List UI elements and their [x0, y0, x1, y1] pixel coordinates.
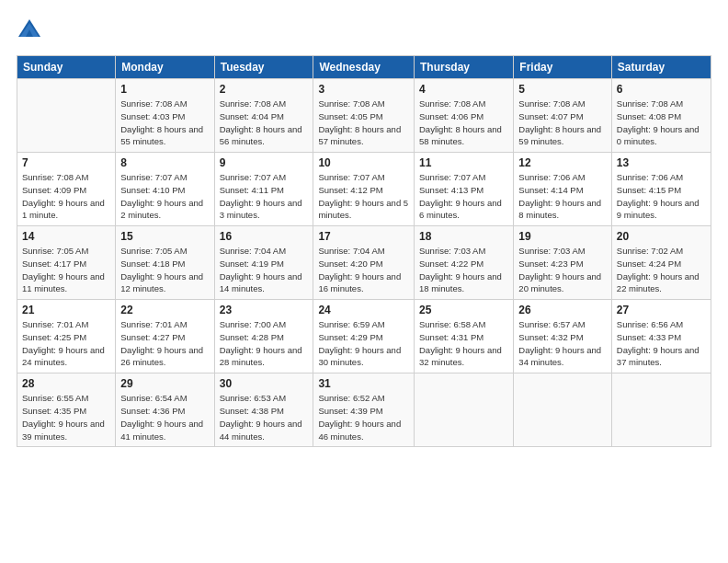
day-info: Sunrise: 7:08 AMSunset: 4:08 PMDaylight:…	[617, 98, 706, 148]
day-number: 19	[518, 230, 607, 243]
day-cell	[611, 373, 711, 447]
day-cell: 30Sunrise: 6:53 AMSunset: 4:38 PMDayligh…	[214, 373, 313, 447]
day-info: Sunrise: 7:08 AMSunset: 4:06 PMDaylight:…	[419, 98, 508, 148]
day-info: Sunrise: 6:52 AMSunset: 4:39 PMDaylight:…	[318, 392, 409, 442]
day-cell: 17Sunrise: 7:04 AMSunset: 4:20 PMDayligh…	[313, 226, 415, 300]
day-cell: 6Sunrise: 7:08 AMSunset: 4:08 PMDaylight…	[611, 79, 711, 153]
day-info: Sunrise: 7:01 AMSunset: 4:25 PMDaylight:…	[22, 318, 110, 369]
day-info: Sunrise: 6:53 AMSunset: 4:38 PMDaylight:…	[220, 392, 309, 442]
day-number: 21	[22, 304, 110, 316]
day-cell: 19Sunrise: 7:03 AMSunset: 4:23 PMDayligh…	[514, 226, 612, 300]
day-info: Sunrise: 7:04 AMSunset: 4:20 PMDaylight:…	[318, 245, 409, 295]
day-cell: 22Sunrise: 7:01 AMSunset: 4:27 PMDayligh…	[116, 300, 214, 373]
day-info: Sunrise: 7:07 AMSunset: 4:11 PMDaylight:…	[220, 171, 309, 222]
day-number: 5	[518, 83, 607, 96]
day-cell: 28Sunrise: 6:55 AMSunset: 4:35 PMDayligh…	[17, 373, 116, 447]
col-header-monday: Monday	[116, 56, 214, 79]
day-cell: 29Sunrise: 6:54 AMSunset: 4:36 PMDayligh…	[116, 373, 214, 447]
day-number: 22	[120, 304, 209, 316]
day-number: 13	[617, 156, 706, 169]
day-info: Sunrise: 7:01 AMSunset: 4:27 PMDaylight:…	[120, 318, 209, 369]
col-header-wednesday: Wednesday	[313, 56, 415, 79]
day-number: 25	[419, 304, 508, 316]
col-header-saturday: Saturday	[611, 56, 711, 79]
week-row-2: 14Sunrise: 7:05 AMSunset: 4:17 PMDayligh…	[17, 226, 711, 300]
day-cell: 5Sunrise: 7:08 AMSunset: 4:07 PMDaylight…	[514, 79, 612, 153]
day-info: Sunrise: 7:05 AMSunset: 4:18 PMDaylight:…	[120, 245, 209, 295]
week-row-1: 7Sunrise: 7:08 AMSunset: 4:09 PMDaylight…	[17, 153, 711, 226]
day-number: 30	[220, 377, 309, 390]
day-cell: 10Sunrise: 7:07 AMSunset: 4:12 PMDayligh…	[313, 153, 415, 226]
day-info: Sunrise: 7:03 AMSunset: 4:23 PMDaylight:…	[518, 245, 607, 295]
day-number: 12	[518, 156, 607, 169]
day-info: Sunrise: 6:54 AMSunset: 4:36 PMDaylight:…	[120, 392, 209, 442]
day-info: Sunrise: 6:55 AMSunset: 4:35 PMDaylight:…	[22, 392, 110, 442]
col-header-tuesday: Tuesday	[214, 56, 313, 79]
col-header-thursday: Thursday	[415, 56, 514, 79]
day-cell: 31Sunrise: 6:52 AMSunset: 4:39 PMDayligh…	[313, 373, 415, 447]
day-info: Sunrise: 7:02 AMSunset: 4:24 PMDaylight:…	[617, 245, 706, 295]
day-cell: 9Sunrise: 7:07 AMSunset: 4:11 PMDaylight…	[214, 153, 313, 226]
calendar-table: SundayMondayTuesdayWednesdayThursdayFrid…	[17, 55, 711, 447]
day-number: 6	[617, 83, 706, 96]
day-number: 9	[220, 156, 309, 169]
page: SundayMondayTuesdayWednesdayThursdayFrid…	[0, 0, 728, 458]
day-cell	[17, 79, 116, 153]
day-cell: 18Sunrise: 7:03 AMSunset: 4:22 PMDayligh…	[415, 226, 514, 300]
week-row-0: 1Sunrise: 7:08 AMSunset: 4:03 PMDaylight…	[17, 79, 711, 153]
day-info: Sunrise: 7:05 AMSunset: 4:17 PMDaylight:…	[22, 245, 110, 295]
day-number: 7	[22, 156, 110, 169]
day-info: Sunrise: 7:08 AMSunset: 4:05 PMDaylight:…	[318, 98, 409, 148]
day-info: Sunrise: 7:00 AMSunset: 4:28 PMDaylight:…	[220, 318, 309, 369]
day-number: 24	[318, 304, 409, 316]
day-info: Sunrise: 7:03 AMSunset: 4:22 PMDaylight:…	[419, 245, 508, 295]
day-number: 20	[617, 230, 706, 243]
logo	[17, 17, 46, 42]
day-cell: 11Sunrise: 7:07 AMSunset: 4:13 PMDayligh…	[415, 153, 514, 226]
day-cell: 26Sunrise: 6:57 AMSunset: 4:32 PMDayligh…	[514, 300, 612, 373]
header-row: SundayMondayTuesdayWednesdayThursdayFrid…	[17, 56, 711, 79]
day-number: 1	[120, 83, 209, 96]
day-number: 10	[318, 156, 409, 169]
day-info: Sunrise: 7:08 AMSunset: 4:04 PMDaylight:…	[220, 98, 309, 148]
day-cell: 1Sunrise: 7:08 AMSunset: 4:03 PMDaylight…	[116, 79, 214, 153]
day-number: 8	[120, 156, 209, 169]
day-cell: 2Sunrise: 7:08 AMSunset: 4:04 PMDaylight…	[214, 79, 313, 153]
day-cell: 3Sunrise: 7:08 AMSunset: 4:05 PMDaylight…	[313, 79, 415, 153]
col-header-friday: Friday	[514, 56, 612, 79]
day-cell: 4Sunrise: 7:08 AMSunset: 4:06 PMDaylight…	[415, 79, 514, 153]
day-cell	[415, 373, 514, 447]
day-cell: 12Sunrise: 7:06 AMSunset: 4:14 PMDayligh…	[514, 153, 612, 226]
day-info: Sunrise: 7:08 AMSunset: 4:03 PMDaylight:…	[120, 98, 209, 148]
day-info: Sunrise: 6:57 AMSunset: 4:32 PMDaylight:…	[518, 318, 607, 369]
day-cell: 15Sunrise: 7:05 AMSunset: 4:18 PMDayligh…	[116, 226, 214, 300]
day-info: Sunrise: 6:56 AMSunset: 4:33 PMDaylight:…	[617, 318, 706, 369]
week-row-3: 21Sunrise: 7:01 AMSunset: 4:25 PMDayligh…	[17, 300, 711, 373]
day-number: 27	[617, 304, 706, 316]
day-number: 4	[419, 83, 508, 96]
day-number: 15	[120, 230, 209, 243]
day-cell: 13Sunrise: 7:06 AMSunset: 4:15 PMDayligh…	[611, 153, 711, 226]
day-cell: 20Sunrise: 7:02 AMSunset: 4:24 PMDayligh…	[611, 226, 711, 300]
day-cell: 25Sunrise: 6:58 AMSunset: 4:31 PMDayligh…	[415, 300, 514, 373]
day-number: 28	[22, 377, 110, 390]
day-number: 18	[419, 230, 508, 243]
day-cell: 16Sunrise: 7:04 AMSunset: 4:19 PMDayligh…	[214, 226, 313, 300]
day-info: Sunrise: 7:06 AMSunset: 4:14 PMDaylight:…	[518, 171, 607, 222]
day-cell: 14Sunrise: 7:05 AMSunset: 4:17 PMDayligh…	[17, 226, 116, 300]
day-cell	[514, 373, 612, 447]
day-info: Sunrise: 7:07 AMSunset: 4:10 PMDaylight:…	[120, 171, 209, 222]
day-cell: 21Sunrise: 7:01 AMSunset: 4:25 PMDayligh…	[17, 300, 116, 373]
day-number: 11	[419, 156, 508, 169]
day-cell: 7Sunrise: 7:08 AMSunset: 4:09 PMDaylight…	[17, 153, 116, 226]
day-number: 29	[120, 377, 209, 390]
week-row-4: 28Sunrise: 6:55 AMSunset: 4:35 PMDayligh…	[17, 373, 711, 447]
day-info: Sunrise: 7:04 AMSunset: 4:19 PMDaylight:…	[220, 245, 309, 295]
day-info: Sunrise: 7:08 AMSunset: 4:09 PMDaylight:…	[22, 171, 110, 222]
day-number: 31	[318, 377, 409, 390]
day-number: 23	[220, 304, 309, 316]
day-cell: 27Sunrise: 6:56 AMSunset: 4:33 PMDayligh…	[611, 300, 711, 373]
day-info: Sunrise: 7:07 AMSunset: 4:12 PMDaylight:…	[318, 171, 409, 222]
day-info: Sunrise: 6:59 AMSunset: 4:29 PMDaylight:…	[318, 318, 409, 369]
col-header-sunday: Sunday	[17, 56, 116, 79]
